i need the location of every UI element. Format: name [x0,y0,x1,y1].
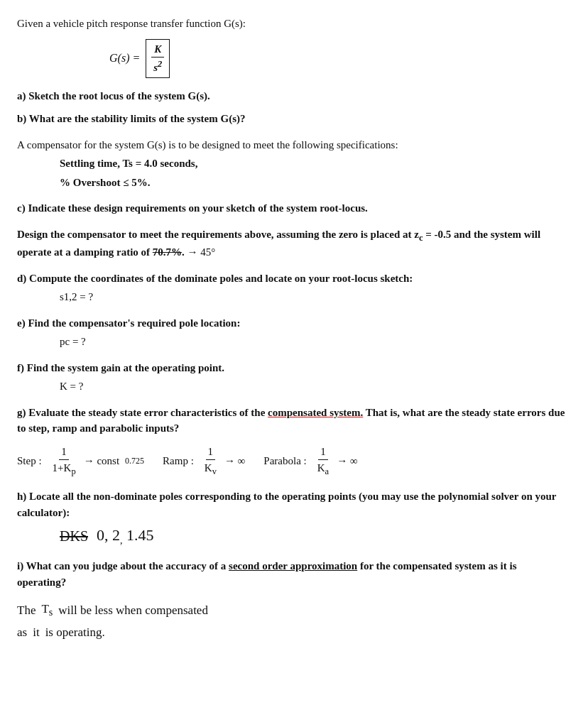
s12-answer: s1,2 = ? [60,289,565,305]
part-b-label: b) What are the stability limits of the … [17,111,565,127]
parabola-den: Ka [315,460,331,479]
part-h-label: h) Locate all the non-dominate poles cor… [17,488,565,520]
parabola-num: 1 [318,444,328,461]
part-g-compensated: compensated system. [268,407,363,418]
ramp-arrow-hw: → ∞ [224,453,245,469]
parabola-arrow-hw: → ∞ [337,453,357,469]
part-g-block: g) Evaluate the steady state error chara… [17,405,565,437]
part-d-label: d) Compute the coordinates of the domina… [17,270,565,287]
step-arrow-hw: → const [84,453,119,469]
settling-spec: Settling time, Ts = 4.0 seconds, [60,155,565,172]
k-answer: K = ? [60,378,565,395]
part-c-label: c) Indicate these design requirements on… [17,200,565,217]
ramp-fraction: 1 Kv [202,444,219,479]
parabola-label-hw: Parabola : [263,453,306,469]
part-e-answer: pc = ? [60,334,565,350]
step-label-hw: Step : [17,453,42,469]
part-i-label: i) What can you judge about the accuracy… [17,558,565,590]
ramp-num: 1 [206,444,216,461]
k-over-s2: K s2 [151,41,165,76]
part-i-prefix: i) What can you judge about the accuracy… [17,560,226,572]
part-i-answer-block: The Ts will be less when compensated as … [17,600,565,641]
part-d-answer: s1,2 = ? [60,289,565,305]
part-e-label: e) Find the compensator's required pole … [17,315,565,332]
design-intro-main: Design the compensator to meet the requi… [17,229,540,258]
intro-text: Given a vehicle pitch response transfer … [17,16,565,32]
part-f-block: f) Find the system gain at the operating… [17,360,565,395]
part-i-second-order: second order approximation [229,560,357,572]
part-d-block: d) Compute the coordinates of the domina… [17,270,565,305]
poles-answer-hw: 0, 2, 1.45 [97,523,154,548]
is-operating-hw: is operating. [45,623,105,642]
dks-prefix-hw: DKS [60,525,88,547]
parabola-fraction: 1 Ka [315,444,331,479]
transfer-function-formula: G(s) = K s2 [109,39,565,78]
intro-paragraph: Given a vehicle pitch response transfer … [17,16,565,32]
settling-text: Settling time, Ts = 4.0 seconds, [60,155,565,172]
compensator-intro-text: A compensator for the system G(s) is to … [17,137,565,153]
part-c-block: c) Indicate these design requirements on… [17,200,565,217]
pc-answer: pc = ? [60,334,565,350]
part-b-block: b) What are the stability limits of the … [17,111,565,127]
numerator-K: K [151,41,164,58]
step-fraction: 1 1+Kp [50,444,78,479]
will-be-less-hw: will be less when compensated [58,601,208,620]
part-i-block: i) What can you judge about the accuracy… [17,558,565,590]
damping-strikethrough: 70.7% [153,246,182,258]
part-f-answer: K = ? [60,378,565,395]
part-f-label: f) Find the system gain at the operating… [17,360,565,376]
part-a-block: a) Sketch the root locus of the system G… [17,88,565,104]
ramp-den: Kv [202,460,219,479]
ramp-formula-hw: 1 Kv [202,444,219,479]
ts-hw: Ts [41,600,53,621]
denominator-s2: s2 [151,58,165,76]
damping-arrow-handwritten: → 45° [187,246,216,258]
part-h-answer-line: DKS 0, 2, 1.45 [60,523,565,548]
part-e-block: e) Find the compensator's required pole … [17,315,565,350]
step-formula-hw: 1 1+Kp [50,444,78,479]
part-a-label: a) Sketch the root locus of the system G… [17,88,565,104]
boxed-fraction: K s2 [146,39,170,78]
the-hw: The [17,601,36,620]
part-g-label: g) Evaluate the steady state error chara… [17,405,565,437]
step-num: 1 [59,444,69,461]
sse-handwritten-line: Step : 1 1+Kp → const 0.725 Ramp : 1 Kv … [17,444,565,479]
part-i-line1: The Ts will be less when compensated [17,600,565,621]
part-h-block: h) Locate all the non-dominate poles cor… [17,488,565,548]
it-is-hw: it [33,623,39,642]
compensator-intro-block: A compensator for the system G(s) is to … [17,137,565,191]
gs-label: G(s) = [109,50,140,67]
step-den: 1+Kp [50,460,78,479]
part-i-line2: as it is operating. [17,623,565,642]
overshoot-spec: % Overshoot ≤ 5%. [60,175,565,191]
ramp-label-hw: Ramp : [163,453,194,469]
as-it-hw: as [17,623,27,642]
part-g-prefix: g) Evaluate the steady state error chara… [17,407,265,418]
overshoot-text: % Overshoot ≤ 5%. [60,175,565,191]
fraction-box: K s2 [146,39,170,78]
design-intro-block: Design the compensator to meet the requi… [17,226,565,261]
design-intro-text: Design the compensator to meet the requi… [17,226,565,261]
parabola-formula-hw: 1 Ka [315,444,331,479]
step-sub-hw: 0.725 [125,454,144,467]
